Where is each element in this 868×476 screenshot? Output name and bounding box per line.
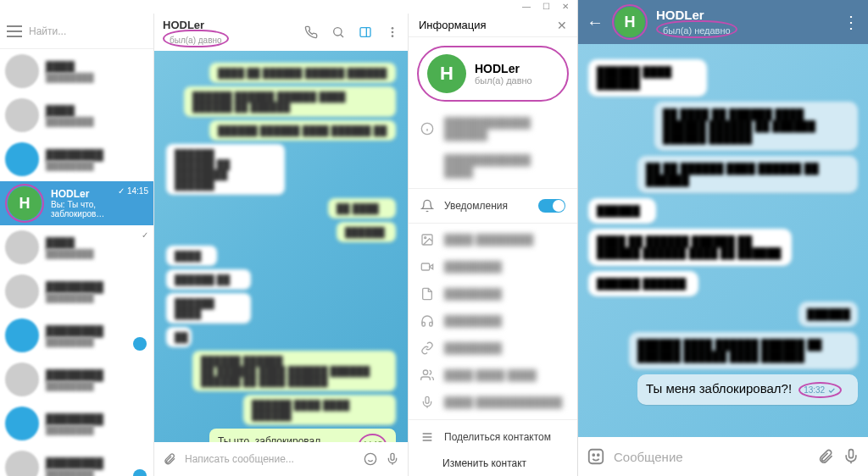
avatar: H (8, 186, 42, 220)
chat-row[interactable]: ████████████████ (0, 357, 153, 401)
svg-point-15 (598, 454, 599, 456)
chat-row[interactable]: ████████████ (0, 49, 153, 93)
svg-point-14 (593, 454, 594, 456)
mobile-header[interactable]: ← H HODLer был(а) недавно ⋮ (578, 0, 868, 44)
message-bubble[interactable]: Ты меня заблокировал?! 13:32 (637, 374, 858, 405)
chat-status: был(а) давно (170, 36, 222, 45)
info-title: Информация (419, 19, 557, 31)
media-groups[interactable]: ████ ████ ████ (409, 362, 577, 389)
media-videos[interactable]: ████████ (409, 253, 577, 280)
telegram-mobile: ← H HODLer был(а) недавно ⋮ ██████ ████ … (578, 0, 868, 476)
chat-row[interactable]: ████████████████ (0, 137, 153, 181)
mobile-messages[interactable]: ██████ ████ ██████ ██ ████ ██ ██████ ███… (578, 44, 868, 437)
search-input[interactable]: Найти... (29, 25, 147, 37)
messages-area[interactable]: ████ ██ ██████ ██████ ██████ ██████ ████… (154, 51, 408, 442)
sidepanel-icon[interactable] (359, 25, 372, 39)
annotation-circle: был(а) недавно (656, 20, 737, 38)
file-icon (420, 287, 434, 301)
media-audio[interactable]: ████████ (409, 307, 577, 335)
more-icon[interactable] (386, 25, 399, 39)
search-icon[interactable] (331, 25, 345, 39)
notifications-toggle-row[interactable]: Уведомления (409, 192, 577, 219)
bell-icon (420, 199, 434, 213)
svg-rect-16 (849, 450, 854, 458)
chat-title: HODLer (163, 19, 294, 31)
check-icon (826, 386, 837, 395)
chat-row-selected[interactable]: H HODLer Вы: Ты что, заблокиров… ✓ 14:15 (0, 181, 153, 225)
media-links[interactable]: ████████ (409, 335, 577, 362)
link-icon (420, 341, 434, 355)
profile-name: HODLer (475, 62, 532, 75)
video-icon (420, 260, 434, 274)
mobile-compose: Сообщение (578, 437, 868, 476)
emoji-icon[interactable] (364, 452, 377, 466)
svg-point-0 (334, 28, 342, 36)
svg-point-9 (425, 237, 426, 239)
avatar: H (615, 7, 645, 37)
notifications-label: Уведомления (444, 200, 528, 212)
edit-contact[interactable]: Изменить контакт (409, 451, 577, 476)
annotation-circle: H (5, 184, 44, 223)
chat-list-sidebar: Найти... ████████████ ████████████ █████… (0, 14, 154, 476)
menu-icon[interactable] (7, 25, 22, 37)
microphone-icon[interactable] (386, 452, 399, 466)
media-voice[interactable]: ████ ████████████ (409, 389, 577, 416)
close-icon[interactable]: ✕ (557, 19, 567, 32)
microphone-icon (420, 396, 434, 409)
chat-row[interactable]: ████████████████ (0, 269, 153, 313)
svg-rect-6 (391, 453, 394, 460)
annotation-circle: 14:15 (358, 434, 387, 442)
info-icon (420, 122, 434, 136)
window-controls: — ☐ ✕ (0, 0, 577, 14)
share-contact[interactable]: Поделиться контактом (409, 423, 577, 451)
message-bubble[interactable]: Ты что, заблокировал меня?! 14:15 (209, 429, 396, 442)
compose-row: Написать сообщение... (154, 442, 408, 476)
media-photos[interactable]: ████ ████████ (409, 226, 577, 253)
svg-point-3 (392, 31, 394, 34)
window-minimize[interactable]: — (522, 2, 531, 14)
svg-point-11 (423, 370, 427, 374)
svg-rect-10 (421, 263, 429, 270)
annotation-circle: 13:32 (798, 382, 842, 398)
chat-preview: Вы: Ты что, заблокиров… (51, 200, 148, 219)
compose-input[interactable]: Написать сообщение... (185, 453, 355, 465)
mobile-chat-title: HODLer (656, 8, 834, 22)
attach-icon[interactable] (163, 452, 176, 466)
annotation-circle: H (612, 4, 648, 40)
svg-rect-12 (426, 397, 429, 404)
avatar: H (427, 54, 466, 93)
mobile-chat-status: был(а) недавно (663, 25, 731, 36)
window-close[interactable]: ✕ (562, 2, 569, 14)
share-icon (420, 430, 434, 444)
mobile-compose-input[interactable]: Сообщение (614, 450, 809, 464)
chat-header[interactable]: HODLer был(а) давно (154, 14, 408, 51)
chat-row[interactable]: ████████████████ (0, 313, 153, 357)
message-text: Ты что, заблокировал меня?! (218, 435, 353, 442)
svg-point-2 (392, 27, 394, 30)
media-files[interactable]: ████████ (409, 280, 577, 307)
svg-point-5 (364, 453, 376, 464)
chat-row[interactable]: ████████████✓ (0, 225, 153, 269)
chat-pane: HODLer был(а) давно ████ ██ ██████ █████… (154, 14, 408, 476)
chat-row[interactable]: ████████████████ (0, 446, 153, 476)
image-icon (420, 233, 434, 246)
info-row-username[interactable]: ████████████████ (409, 147, 577, 185)
telegram-desktop: — ☐ ✕ Найти... ████████████ ████████████… (0, 0, 578, 476)
window-maximize[interactable]: ☐ (542, 2, 550, 14)
call-icon[interactable] (304, 25, 318, 39)
microphone-icon[interactable] (843, 448, 860, 465)
more-icon[interactable]: ⋮ (843, 12, 860, 32)
group-icon (420, 368, 434, 382)
svg-rect-1 (360, 28, 370, 37)
sticker-icon[interactable] (587, 447, 605, 466)
attach-icon[interactable] (817, 448, 834, 465)
message-text: Ты меня заблокировал?! (646, 381, 792, 396)
message-time: 13:32 (804, 385, 825, 395)
back-icon[interactable]: ← (587, 13, 604, 32)
annotation-circle: H HODLer был(а) давно (417, 46, 569, 102)
info-row-phone[interactable]: ██████████████████ (409, 110, 577, 147)
toggle-switch[interactable] (538, 199, 565, 213)
chat-row[interactable]: ████████████████ (0, 401, 153, 446)
profile-status: был(а) давно (475, 75, 532, 86)
chat-row[interactable]: ████████████ (0, 93, 153, 137)
